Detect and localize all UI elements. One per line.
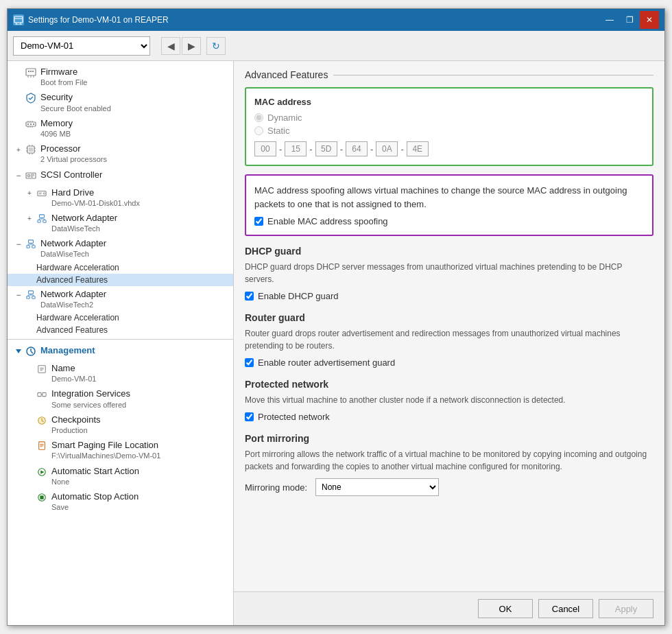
security-label: Security — [40, 91, 111, 104]
firmware-icon — [24, 66, 38, 80]
main-panel: Advanced Features MAC address Dynamic St… — [234, 61, 664, 625]
close-button[interactable]: ✕ — [640, 11, 659, 29]
net3-text: Network Adapter DataWiseTech2 — [40, 288, 106, 309]
auto-start-label: Automatic Start Action — [51, 465, 139, 478]
svg-point-39 — [43, 192, 45, 194]
auto-start-sublabel: None — [51, 478, 139, 486]
maximize-button[interactable]: ❐ — [620, 11, 639, 29]
svg-rect-44 — [43, 220, 46, 223]
paging-icon — [35, 439, 49, 453]
checkpoints-label: Checkpoints — [51, 414, 101, 426]
net1-sublabel: DataWiseTech — [51, 224, 117, 233]
mac-octet-3[interactable] — [346, 141, 368, 156]
sidebar-item-auto-stop[interactable]: Automatic Stop Action Save — [8, 489, 233, 514]
sidebar-item-auto-start[interactable]: Automatic Start Action None — [8, 463, 233, 489]
net2-text: Network Adapter DataWiseTech — [40, 237, 106, 259]
router-guard-checkbox[interactable] — [245, 358, 254, 367]
memory-label: Memory — [40, 117, 73, 130]
mac-spoofing-checkbox[interactable] — [254, 217, 263, 226]
sidebar-item-adv-feat1[interactable]: Advanced Features — [8, 274, 233, 286]
svg-rect-71 — [38, 393, 41, 397]
sidebar-item-memory[interactable]: Memory 4096 MB — [8, 115, 233, 141]
name-label: Name — [51, 362, 96, 375]
sidebar-item-paging[interactable]: Smart Paging File Location F:\VirtualMac… — [8, 437, 233, 462]
expander-net1: + — [24, 212, 35, 226]
sidebar-item-adv-feat2[interactable]: Advanced Features — [8, 324, 233, 336]
static-radio[interactable] — [254, 126, 263, 135]
scsi-text: SCSI Controller — [40, 169, 102, 181]
port-mirroring-section: Port mirroring Port mirroring allows the… — [245, 433, 653, 496]
cancel-button[interactable]: Cancel — [538, 599, 593, 618]
dynamic-label: Dynamic — [267, 113, 302, 123]
svg-rect-10 — [30, 71, 32, 72]
mac-octet-0[interactable] — [254, 141, 276, 156]
sidebar-item-net3[interactable]: − Network Adapter DataWiseTech2 — [8, 286, 233, 312]
sidebar-item-processor[interactable]: + Processor 2 Virtual processors — [8, 141, 233, 166]
sidebar-item-firmware[interactable]: Firmware Boot from File — [8, 64, 233, 89]
dhcp-guard-title: DHCP guard — [245, 246, 653, 257]
router-guard-check-row: Enable router advertisement guard — [245, 357, 653, 368]
router-guard-title: Router guard — [245, 312, 653, 323]
expander-hdd: + — [24, 187, 35, 200]
paging-label: Smart Paging File Location — [51, 439, 160, 451]
sidebar-item-net2[interactable]: − Network Adapter DataWiseTech — [8, 235, 233, 261]
firmware-sublabel: Boot from File — [40, 78, 87, 87]
dhcp-guard-checkbox[interactable] — [245, 292, 254, 301]
svg-point-34 — [28, 175, 29, 176]
net3-label: Network Adapter — [40, 288, 106, 301]
spoofing-check-row: Enable MAC address spoofing — [254, 216, 644, 226]
mac-octet-2[interactable] — [315, 141, 337, 156]
sidebar-item-hw-accel2[interactable]: Hardware Acceleration — [8, 312, 233, 324]
sidebar-item-hdd[interactable]: + Hard Drive Demo-VM-01-Disk01.vhdx — [8, 185, 233, 210]
minimize-button[interactable]: — — [600, 11, 619, 29]
sidebar-item-scsi[interactable]: − SCSI Controller — [8, 167, 233, 185]
mac-octet-5[interactable] — [407, 141, 429, 156]
static-radio-row: Static — [254, 126, 644, 136]
sidebar-item-net1[interactable]: + Network Adapter DataWiseTech — [8, 210, 233, 235]
mac-spoofing-label: Enable MAC address spoofing — [267, 216, 388, 226]
hdd-text: Hard Drive Demo-VM-01-Disk01.vhdx — [51, 187, 140, 208]
sidebar-item-hw-accel1[interactable]: Hardware Acceleration — [8, 261, 233, 274]
svg-rect-58 — [32, 296, 35, 298]
sidebar-item-security[interactable]: Security Secure Boot enabled — [8, 89, 233, 115]
expander-security — [13, 91, 24, 105]
dynamic-radio[interactable] — [254, 113, 263, 122]
section-title-text: Advanced Features — [245, 69, 328, 80]
back-button[interactable]: ◀ — [161, 37, 180, 55]
sidebar-item-integration[interactable]: Integration Services Some services offer… — [8, 386, 233, 411]
expander-memory — [13, 117, 24, 131]
refresh-button[interactable]: ↻ — [206, 37, 226, 55]
adv-feat2-label: Advanced Features — [36, 325, 108, 335]
svg-rect-11 — [32, 71, 34, 72]
spoofing-text: MAC address spoofing allows virtual mach… — [254, 184, 644, 211]
net2-icon — [24, 237, 38, 251]
svg-rect-42 — [40, 215, 45, 218]
forward-button[interactable]: ▶ — [182, 37, 201, 55]
net3-sublabel: DataWiseTech2 — [40, 301, 106, 309]
mirroring-mode-select[interactable]: None Source Destination — [315, 478, 439, 496]
protected-network-checkbox[interactable] — [245, 412, 254, 421]
mac-octet-4[interactable] — [376, 141, 398, 156]
router-guard-section: Router guard Router guard drops router a… — [245, 312, 653, 368]
svg-rect-51 — [32, 246, 35, 248]
security-text: Security Secure Boot enabled — [40, 91, 111, 113]
svg-rect-43 — [38, 220, 40, 223]
apply-button[interactable]: Apply — [599, 599, 653, 618]
integration-icon — [35, 388, 49, 401]
svg-rect-49 — [29, 240, 34, 243]
sidebar-item-checkpoints[interactable]: Checkpoints Production — [8, 412, 233, 437]
main-scroll: Advanced Features MAC address Dynamic St… — [234, 61, 664, 591]
mac-octet-1[interactable] — [285, 141, 307, 156]
svg-marker-63 — [16, 349, 21, 353]
sidebar-item-management[interactable]: Management — [8, 342, 233, 360]
sidebar-item-name[interactable]: Name Demo-VM-01 — [8, 360, 233, 386]
svg-rect-23 — [29, 148, 33, 152]
dhcp-guard-section: DHCP guard DHCP guard drops DHCP server … — [245, 246, 653, 301]
vm-select[interactable]: Demo-VM-01 — [13, 36, 150, 56]
expander-scsi: − — [13, 169, 24, 183]
svg-rect-20 — [30, 124, 32, 125]
svg-line-66 — [31, 351, 33, 353]
ok-button[interactable]: OK — [478, 599, 533, 618]
protected-network-desc: Move this virtual machine to another clu… — [245, 394, 653, 406]
svg-rect-57 — [27, 296, 29, 298]
